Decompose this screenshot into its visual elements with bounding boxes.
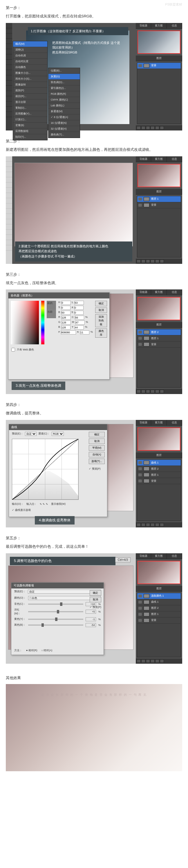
layers-panel[interactable]: 背景: [137, 62, 181, 124]
menu-item[interactable]: 应用图像(Y)...: [13, 111, 47, 117]
visibility-icon[interactable]: [138, 64, 142, 67]
visibility-icon[interactable]: [138, 461, 142, 464]
auto-button[interactable]: 自动(A): [89, 452, 105, 457]
visibility-icon[interactable]: [138, 473, 142, 476]
hue-slider[interactable]: [41, 301, 44, 344]
preset-select[interactable]: 自定: [25, 432, 37, 436]
navigator-thumb[interactable]: [138, 164, 181, 187]
curves-graph[interactable]: [12, 439, 79, 500]
layer-row[interactable]: 背景: [137, 202, 181, 208]
menu-item[interactable]: 自动色调: [13, 53, 47, 59]
visibility-icon[interactable]: [138, 619, 142, 622]
slider-track[interactable]: [28, 611, 83, 612]
visibility-icon[interactable]: [138, 613, 142, 616]
tab-navigator[interactable]: 导航器: [136, 23, 151, 29]
layer-row[interactable]: 选取颜色 1: [137, 593, 181, 599]
cancel-button[interactable]: 取消: [95, 307, 107, 313]
layers-panel[interactable]: 曲线 1图层 2图层 1背景: [137, 459, 181, 521]
absolute-radio[interactable]: ○ 绝对(A): [41, 649, 52, 652]
layer-row[interactable]: 背景: [137, 618, 181, 624]
menu-item[interactable]: 画布大小(S)...: [13, 76, 47, 82]
slider-value[interactable]: -54: [85, 623, 96, 627]
submenu-item[interactable]: ✓ 8 位/通道(A): [48, 115, 80, 120]
smooth-button[interactable]: 平滑(M): [89, 445, 105, 451]
menu-item[interactable]: 陷印(T)...: [13, 134, 47, 140]
visibility-icon[interactable]: [138, 331, 142, 334]
submenu-item[interactable]: 灰度(G): [48, 74, 80, 80]
layer-row[interactable]: 图层 2: [137, 329, 181, 335]
visibility-icon[interactable]: [138, 337, 142, 340]
layer-row[interactable]: 背景: [137, 63, 181, 69]
layer-row[interactable]: 图层 2: [137, 605, 181, 611]
menu-item[interactable]: 模式(M): [13, 41, 47, 47]
submenu-item[interactable]: RGB 颜色(R): [48, 91, 80, 97]
menu-item[interactable]: 图像大小(I)...: [13, 70, 47, 76]
ps-toolbar[interactable]: [6, 23, 12, 130]
menu-item[interactable]: 裁剪(P): [13, 88, 47, 94]
navigator-thumb[interactable]: [138, 31, 181, 54]
layer-row[interactable]: 图层 1: [137, 196, 181, 202]
hex-input[interactable]: [61, 331, 76, 335]
ok-button[interactable]: 确定: [95, 301, 107, 306]
ps-toolbar[interactable]: [6, 156, 12, 264]
layers-panel[interactable]: 图层 1背景: [137, 196, 181, 257]
curves-dialog[interactable]: 曲线 预设(E)：自定 通道(C)：RGB 确定 取消 平滑(M) 自动(A) …: [9, 424, 107, 517]
menu-item[interactable]: 复制(D)...: [13, 105, 47, 111]
slider-track[interactable]: [28, 624, 83, 626]
mode-submenu[interactable]: 位图(B)...灰度(G)双色调(D)...索引颜色(I)...RGB 颜色(R…: [48, 68, 80, 138]
submenu-item[interactable]: 双色调(D)...: [48, 80, 80, 86]
web-only-checkbox[interactable]: [11, 348, 15, 352]
layer-row[interactable]: 图层 1: [137, 611, 181, 618]
visibility-icon[interactable]: [138, 204, 142, 207]
channel-select[interactable]: RGB: [52, 432, 64, 436]
relative-radio[interactable]: ● 相对(R): [26, 649, 37, 652]
submenu-item[interactable]: 16 位/通道(N): [48, 120, 80, 126]
image-menu[interactable]: 模式(M)调整(J)自动色调自动对比度自动颜色图像大小(I)...画布大小(S)…: [13, 41, 47, 141]
visibility-icon[interactable]: [138, 467, 142, 470]
menu-item[interactable]: 显示全部: [13, 99, 47, 105]
layer-row[interactable]: 图层 1: [137, 472, 181, 478]
slider-track[interactable]: [28, 619, 83, 620]
visibility-icon[interactable]: [138, 594, 142, 597]
menu-item[interactable]: 自动颜色: [13, 64, 47, 70]
submenu-item[interactable]: 位图(B)...: [48, 68, 80, 74]
visibility-icon[interactable]: [138, 343, 142, 346]
menu-item[interactable]: 调整(J): [13, 47, 47, 53]
layer-row[interactable]: 图层 2: [137, 466, 181, 472]
selective-color-dialog[interactable]: 可选颜色调整项 预设(E)：自定 颜色(O)：□ 白色 青色(C)：+18%洋红…: [11, 582, 104, 655]
menu-item[interactable]: 图像旋转: [13, 82, 47, 88]
slider-value[interactable]: +5: [85, 610, 96, 614]
layers-panel[interactable]: 图层 2图层 1背景: [137, 329, 181, 388]
submenu-item[interactable]: 索引颜色(I)...: [48, 86, 80, 91]
layer-controls[interactable]: [136, 125, 182, 130]
menu-item[interactable]: 变量(B): [13, 123, 47, 128]
options-button[interactable]: 选项(T)...: [89, 459, 105, 464]
visibility-icon[interactable]: [138, 197, 142, 200]
ok-button[interactable]: 确定: [89, 432, 105, 437]
visibility-icon[interactable]: [138, 607, 142, 610]
layer-row[interactable]: 曲线 1: [137, 460, 181, 466]
submenu-item[interactable]: Lab 颜色(L): [48, 103, 80, 109]
slider-track[interactable]: [28, 603, 83, 605]
ok-button[interactable]: 确定: [90, 590, 102, 596]
submenu-item[interactable]: 32 位/通道(H): [48, 126, 80, 132]
menu-item[interactable]: 计算(C)...: [13, 117, 47, 123]
color-picker-dialog[interactable]: 拾色器（前景色） 新的 当前 HL Sa Bb RC% GM% BY% #K%: [8, 292, 110, 379]
navigator-thumb[interactable]: [138, 428, 181, 451]
menu-item[interactable]: 裁切(R)...: [13, 94, 47, 99]
submenu-item[interactable]: 多通道(M): [48, 109, 80, 115]
color-field[interactable]: [11, 301, 39, 344]
color-lib-button[interactable]: 颜色库: [95, 329, 107, 338]
submenu-item[interactable]: CMYK 颜色(C): [48, 97, 80, 103]
menu-item[interactable]: 自动对比度: [13, 59, 47, 64]
cancel-button[interactable]: 取消: [89, 438, 105, 444]
visibility-icon[interactable]: [138, 601, 142, 603]
cancel-button[interactable]: 取消: [90, 597, 102, 602]
slider-value[interactable]: -1: [85, 617, 96, 621]
layer-row[interactable]: 曲线 1: [137, 599, 181, 605]
navigator-thumb[interactable]: [138, 297, 181, 320]
visibility-icon[interactable]: [138, 479, 142, 483]
add-swatch-button[interactable]: 添加到色板: [95, 314, 107, 327]
h-input[interactable]: [62, 301, 71, 305]
navigator-thumb[interactable]: [138, 561, 181, 584]
